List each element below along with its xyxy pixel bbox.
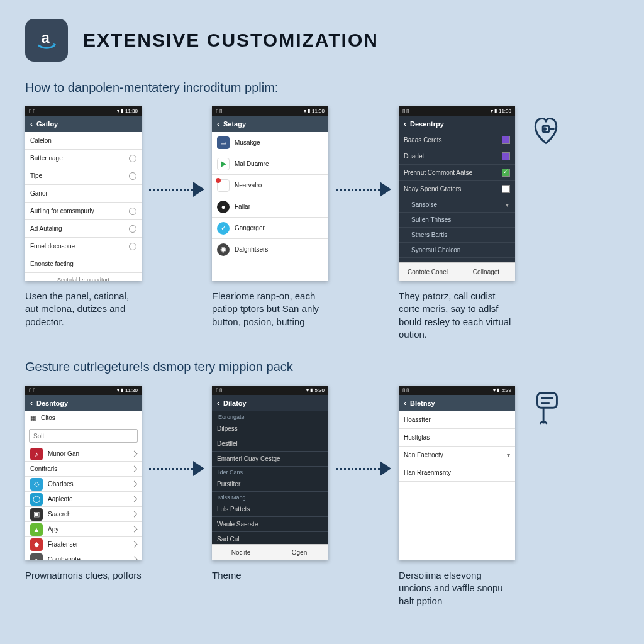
chevron-right-icon [131,511,138,518]
signpost-icon [526,389,565,441]
step-caption: Theme [212,569,328,582]
phone-mock-2: ▯ ▯▾ ▮ 11:30 ‹Setagy ▭Musakge Mal Duamre… [212,106,328,281]
screen-title: Gatloy [36,120,58,128]
list-item: Dalgnhtsers [235,246,268,253]
back-icon: ‹ [404,119,406,128]
svg-marker-1 [221,161,226,167]
radio-icon [129,155,136,162]
list-item: Musakge [235,139,260,146]
section-label: Ider Cans [212,467,328,477]
back-icon: ‹ [30,119,33,128]
arrow-icon [145,182,208,197]
app-icon: ▭ [217,136,230,149]
list-item: Husltglas [404,434,430,441]
section-label: Mlss Mang [212,492,328,502]
list-item: Purstlter [217,480,240,487]
step-caption: Prownatmoris clues, poffors [25,569,142,582]
list-item: Munor Gan [48,450,79,457]
arrow-icon [332,182,395,197]
screen-title: Bletnsy [410,399,435,407]
app-icon: ◇ [30,478,43,491]
arrow-icon [145,461,208,476]
step-caption: Dersoiima elsevong uncions and vaffle sn… [399,569,515,608]
chevron-down-icon: ▾ [507,452,510,458]
phone-mock-3: ▯ ▯▾ ▮ 11:30 ‹Desentrpy Baaas Cerets Dua… [399,106,515,281]
list-item: Calelon [30,137,52,144]
chevron-right-icon [131,451,138,457]
footnote: Sectolal ler praodtort [25,273,142,281]
step-caption: Eleariome ranp-on, each patiop tptors bu… [212,290,328,328]
screen-title: Desentrpy [410,120,444,128]
list-item: Ganor [30,190,48,197]
record-icon: ◉ [217,243,230,256]
list-item: Nan Factroety [404,452,443,458]
app-icon: ▣ [30,508,43,521]
list-item: Dilpess [217,425,238,432]
sub-item: Synersul Chalcon [411,247,460,253]
list-item: Prennut Commont Aatse [404,169,472,176]
chevron-right-icon [131,557,138,560]
list-item: Han Rraenmsnty [404,469,451,476]
checkbox-icon [502,185,510,193]
radio-icon [129,208,136,215]
arrow-icon [332,461,395,476]
app-icon: ◯ [30,493,43,506]
list-item: Mal Duamre [235,160,269,167]
search-input: Solt [29,429,138,443]
phone-mock-1: ▯ ▯▾ ▮ 11:30 ‹Gatloy Calelon Butter nage… [25,106,142,281]
footer-button: Ogen [270,545,328,560]
list-item: Gangerger [235,225,265,231]
radio-icon [129,172,136,180]
list-item: Aapleote [48,496,72,502]
footer-button: Collnaget [457,263,515,281]
svg-rect-5 [537,393,557,408]
list-item: Destllel [217,440,238,447]
list-item: Baaas Cerets [404,136,442,143]
calendar-icon: ▦ [217,179,230,192]
list-item: Saacrch [48,511,71,518]
screen-title: Setagy [223,120,246,128]
list-item: Hoassfter [404,416,431,423]
section-2-title: Gesture cutrlegeture!s dsmop tery mippio… [25,360,619,374]
list-item: Waule Saerste [217,521,258,528]
list-item: Emanterl Cuay Cestge [217,455,280,462]
footer-button: Noclite [212,545,270,560]
list-item: Luls Pattets [217,506,250,513]
chevron-right-icon [131,541,138,548]
list-item: Funel docosone [30,243,75,250]
list-item: Duadet [404,153,424,160]
app-icon: ▪ [30,553,43,561]
sub-item: Sullen Thhses [411,216,451,223]
list-item: Apy [48,526,58,533]
app-icon: ▲ [30,523,43,536]
back-icon: ‹ [217,399,219,408]
list-item: Fallar [235,203,250,210]
svg-text:a: a [42,30,50,46]
screen-title: Dilatoy [223,399,247,407]
radio-icon [129,225,136,233]
list-item: Ad Autaling [30,225,62,232]
person-icon: ● [217,201,230,213]
category-label: Citos [41,414,55,421]
list-item: Sad Cul [217,536,240,543]
checkbox-checked-icon [502,169,510,177]
chevron-right-icon [131,526,138,533]
list-item: Enonste facting [30,260,74,267]
app-icon: ◆ [30,538,43,551]
checkbox-icon [502,136,510,144]
back-icon: ‹ [404,399,406,408]
grid-icon: ▦ [30,414,36,421]
app-icon: ♪ [30,448,43,460]
sub-item: Sansolse [411,201,437,208]
section-label: Eorongate [212,411,328,421]
page-title: EXTENSIVE CUSTOMIZATION [83,30,379,51]
heart-plug-icon [526,110,565,152]
phone-mock-5: ▯ ▯▾ ▮ 5:30 ‹Dilatoy Eorongate Dilpess D… [212,386,328,560]
play-icon [217,158,230,170]
back-icon: ‹ [217,119,219,128]
screen-title: Desntogy [36,399,68,407]
step-caption: Usen the panel, cational, aut melona, du… [25,290,142,328]
radio-icon [129,243,136,250]
back-icon: ‹ [30,399,33,408]
list-item: Obadoes [48,480,74,487]
